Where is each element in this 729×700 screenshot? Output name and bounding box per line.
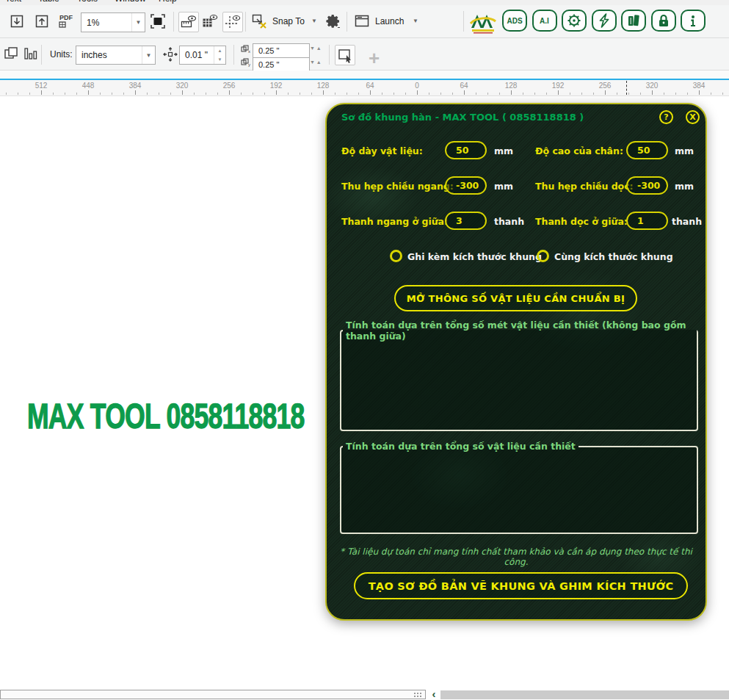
material-thickness-input[interactable] bbox=[445, 141, 487, 159]
group-materials-title: Tính toán dựa trên tổng số vật liệu cần … bbox=[343, 441, 579, 452]
launch-window-icon[interactable] bbox=[352, 12, 371, 31]
ruler-label: 64 bbox=[366, 82, 374, 90]
launch-caret[interactable]: ▼ bbox=[413, 18, 418, 24]
launch-label[interactable]: Launch bbox=[375, 16, 404, 26]
unit-thanh-2: thanh bbox=[672, 216, 702, 227]
publish-pdf-button[interactable]: PDF bbox=[54, 12, 76, 31]
export-button[interactable] bbox=[32, 12, 51, 31]
help-button[interactable]: ? bbox=[659, 110, 673, 124]
middle-horizontal-bars-input[interactable] bbox=[445, 212, 487, 230]
lock-button[interactable] bbox=[651, 10, 676, 32]
ruler-tick bbox=[65, 93, 65, 95]
field-label-material-thickness: Độ dày vật liệu: bbox=[341, 145, 423, 156]
ruler-tick bbox=[76, 93, 77, 95]
horizontal-scrollbar[interactable] bbox=[0, 690, 426, 699]
narrow-horizontal-input[interactable] bbox=[445, 176, 487, 195]
open-materials-button[interactable]: MỞ THÔNG SỐ VẬT LIỆU CẦN CHUẨN BỊ bbox=[394, 285, 637, 311]
zoom-level-combo[interactable]: 1% ▼ bbox=[81, 12, 145, 32]
duplicate-x-spinners[interactable]: ▼ ▲ bbox=[310, 46, 322, 51]
add-button[interactable]: + bbox=[369, 48, 380, 68]
snap-to-caret[interactable]: ▼ bbox=[311, 18, 317, 24]
ruler-tick bbox=[546, 93, 547, 95]
radio-same-frame-dimensions[interactable] bbox=[537, 250, 549, 262]
units-value: inches bbox=[76, 50, 142, 60]
field-label-narrow-vertical: Thu hẹp chiều dọc: bbox=[535, 181, 634, 192]
maxtool-logo bbox=[470, 11, 499, 35]
middle-vertical-bars-input[interactable] bbox=[626, 212, 668, 230]
ruler-major-tick bbox=[558, 90, 559, 95]
scrollbar-resize-grip[interactable] bbox=[413, 692, 423, 698]
ruler-tick bbox=[358, 93, 359, 95]
radio-include-frame-dimensions[interactable] bbox=[390, 250, 402, 262]
duplicate-y-spinners[interactable]: ▼ ▲ bbox=[310, 59, 322, 65]
unit-mm-3: mm bbox=[494, 181, 513, 192]
collapse-panel-chevron[interactable]: ‹ bbox=[428, 689, 440, 700]
units-select[interactable]: inches ▼ bbox=[76, 46, 156, 65]
menu-table[interactable]: Table bbox=[38, 0, 59, 4]
svg-text:y: y bbox=[248, 62, 250, 67]
leg-height-input[interactable] bbox=[626, 141, 668, 159]
ruler-tick bbox=[300, 93, 300, 95]
bottom-panel-bar[interactable] bbox=[440, 690, 729, 699]
duplicate-y-icon: y bbox=[241, 58, 251, 67]
menu-window[interactable]: Window bbox=[115, 0, 146, 4]
lightning-button[interactable] bbox=[592, 10, 617, 32]
ruler-tick bbox=[664, 93, 664, 95]
ads-button[interactable]: ADS bbox=[502, 10, 527, 32]
show-grid-toggle[interactable] bbox=[200, 12, 220, 31]
units-dropdown-arrow[interactable]: ▼ bbox=[142, 46, 155, 64]
ruler-tick bbox=[217, 93, 218, 95]
zoom-level-value: 1% bbox=[81, 18, 131, 28]
show-guidelines-toggle[interactable] bbox=[222, 12, 243, 32]
show-rulers-toggle[interactable] bbox=[178, 12, 199, 32]
duplicate-x-field[interactable]: 0.25 " bbox=[253, 43, 310, 58]
ruler-tick bbox=[170, 93, 171, 95]
disclaimer-note: * Tài liệu dự toán chỉ mang tính chất th… bbox=[327, 546, 706, 567]
snap-off-icon[interactable] bbox=[250, 12, 269, 31]
nudge-distance-value: 0.01 " bbox=[180, 50, 214, 60]
maxtool-dialog: Sơ đồ khung hàn - MAX TOOL ( 0858118818 … bbox=[325, 103, 707, 621]
standard-toolbar: PDF 1% ▼ Snap To ▼ Launch ▼ bbox=[0, 5, 729, 38]
target-button[interactable] bbox=[562, 10, 587, 32]
ruler-tick bbox=[6, 93, 7, 95]
ruler-tick bbox=[206, 93, 206, 95]
menu-text[interactable]: Text bbox=[5, 0, 21, 4]
info-button[interactable] bbox=[681, 10, 706, 32]
duplicate-y-field[interactable]: 0.25 " bbox=[253, 57, 310, 72]
create-diagram-button[interactable]: TẠO SƠ ĐỒ BẢN VẼ KHUNG VÀ GHIM KÍCH THƯỚ… bbox=[354, 572, 688, 599]
menu-tools[interactable]: Tools bbox=[77, 0, 98, 4]
zoom-to-page-button[interactable] bbox=[148, 12, 167, 31]
ruler-major-tick bbox=[417, 90, 418, 95]
import-button[interactable] bbox=[7, 12, 26, 31]
ruler-tick bbox=[711, 93, 711, 95]
close-button[interactable]: X bbox=[686, 110, 700, 124]
menu-bar: Text Table Tools Window Help bbox=[0, 0, 729, 5]
snap-to-label[interactable]: Snap To bbox=[272, 16, 305, 26]
materials-result-area[interactable] bbox=[341, 452, 697, 533]
dialog-title: Sơ đồ khung hàn - MAX TOOL ( 0858118818 … bbox=[341, 112, 584, 123]
ruler-label: 512 bbox=[35, 82, 48, 90]
ruler-major-tick bbox=[652, 90, 653, 95]
page-layers-icon[interactable] bbox=[1, 44, 21, 63]
ruler-label: 384 bbox=[693, 82, 706, 90]
object-sizes-icon[interactable] bbox=[21, 44, 40, 63]
treat-as-object-icon[interactable] bbox=[335, 45, 355, 65]
ruler-label: 448 bbox=[82, 82, 95, 90]
zoom-dropdown-arrow[interactable]: ▼ bbox=[131, 13, 145, 32]
nudge-up-arrow[interactable]: ▲ bbox=[214, 46, 225, 55]
options-gear-icon[interactable] bbox=[324, 12, 343, 31]
ruler-major-tick bbox=[182, 90, 183, 95]
nudge-down-arrow[interactable]: ▼ bbox=[214, 55, 225, 64]
narrow-vertical-input[interactable] bbox=[626, 176, 668, 195]
menu-help[interactable]: Help bbox=[159, 0, 177, 4]
meters-result-area[interactable] bbox=[341, 342, 697, 430]
ruler-tick bbox=[687, 93, 688, 95]
ruler-label: 320 bbox=[176, 82, 189, 90]
ruler-tick bbox=[393, 93, 394, 95]
ruler-major-tick bbox=[511, 90, 512, 95]
nudge-distance-field[interactable]: 0.01 " ▲▼ bbox=[179, 46, 226, 65]
books-button[interactable] bbox=[621, 10, 646, 32]
ruler-tick bbox=[18, 93, 18, 95]
ai-button[interactable]: A.I bbox=[532, 10, 557, 32]
horizontal-ruler[interactable]: 5124483843202561921286406412819225632038… bbox=[0, 80, 729, 96]
